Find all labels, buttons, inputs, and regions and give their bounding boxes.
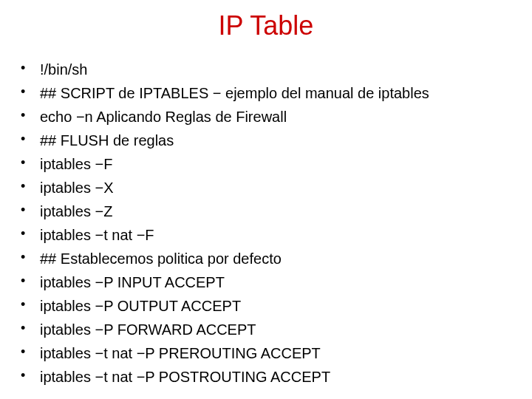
list-item: iptables −t nat −P PREROUTING ACCEPT [21,341,532,365]
list-item: iptables −t nat −F [21,223,532,247]
bullet-list: !/bin/sh ## SCRIPT de IPTABLES − ejemplo… [0,58,532,389]
slide-container: IP Table !/bin/sh ## SCRIPT de IPTABLES … [0,0,532,399]
list-item: ## SCRIPT de IPTABLES − ejemplo del manu… [21,81,532,105]
list-item: iptables −P INPUT ACCEPT [21,270,532,294]
list-item: !/bin/sh [21,58,532,81]
list-item: ## FLUSH de reglas [21,129,532,152]
list-item: iptables −P OUTPUT ACCEPT [21,294,532,318]
list-item: echo −n Aplicando Reglas de Firewall [21,105,532,129]
list-item: iptables −X [21,176,532,200]
slide-title: IP Table [0,10,532,41]
list-item: iptables −Z [21,200,532,223]
list-item: iptables −P FORWARD ACCEPT [21,318,532,341]
list-item: ## Establecemos politica por defecto [21,247,532,270]
list-item: iptables −t nat −P POSTROUTING ACCEPT [21,365,532,389]
list-item: iptables −F [21,152,532,176]
